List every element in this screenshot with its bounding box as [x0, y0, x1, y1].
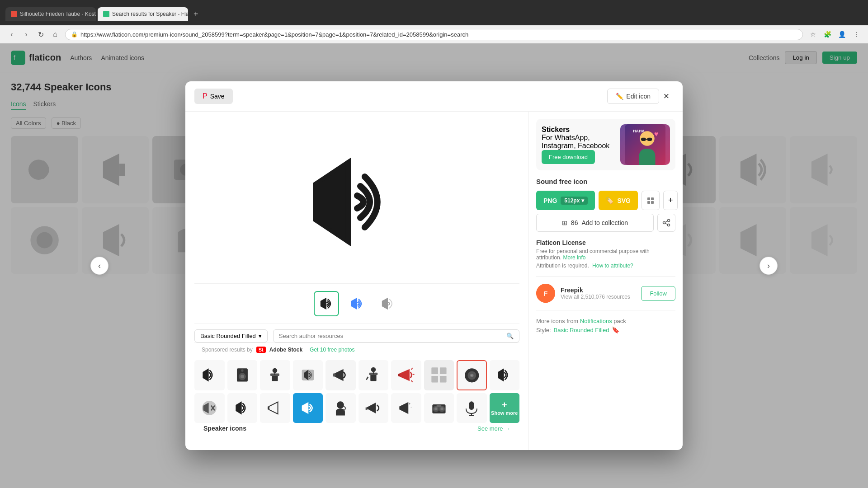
related-7[interactable] [391, 360, 421, 390]
svg-point-104 [663, 222, 665, 224]
svg-point-86 [440, 407, 443, 410]
attribution-text: Attribution is required. [536, 263, 589, 269]
svg-rect-100 [647, 201, 650, 204]
png-size-badge: 512px ▾ [561, 197, 588, 205]
style-info: Style: Basic Rounded Filled 🔖 [536, 326, 675, 333]
icon-info-panel: Stickers For WhatsApp, Instagram, Facebo… [529, 112, 683, 450]
svg-rect-53 [333, 374, 335, 377]
svg-text:♥: ♥ [654, 130, 659, 138]
pack-info: More icons from Notifications pack Style… [536, 318, 675, 333]
share-button[interactable] [657, 214, 675, 232]
svg-rect-98 [647, 197, 650, 200]
related-9[interactable] [457, 360, 487, 390]
svg-rect-65 [440, 376, 447, 383]
related-r2-3[interactable] [260, 393, 290, 423]
related-2[interactable] [227, 360, 258, 390]
edit-icon-button[interactable]: ✏️ Edit icon [607, 89, 659, 104]
variant-1[interactable] [314, 291, 339, 316]
forward-button[interactable]: › [20, 28, 33, 41]
related-3[interactable] [260, 360, 290, 390]
notifications-pack-link[interactable]: Notifications [580, 318, 612, 324]
address-bar[interactable]: 🔒 https://www.flaticon.com/premium-icon/… [65, 29, 803, 40]
related-5[interactable] [326, 360, 356, 390]
svg-text:+: + [410, 406, 412, 408]
png-download-button[interactable]: PNG 512px ▾ [536, 191, 595, 210]
variant-2[interactable] [344, 291, 370, 316]
pinterest-icon: P [203, 92, 208, 100]
next-icon-button[interactable]: › [760, 257, 778, 275]
svg-point-69 [471, 375, 472, 376]
lock-icon: 🔒 [71, 31, 78, 38]
menu-btn[interactable]: ⋮ [850, 28, 863, 41]
svg-download-button[interactable]: 🏷️ SVG [599, 191, 638, 210]
modal-header: P Save ✏️ Edit icon × [185, 81, 683, 112]
related-10[interactable] [490, 360, 520, 390]
svg-rect-62 [431, 368, 438, 375]
style-filter-dropdown[interactable]: Basic Rounded Filled ▾ [194, 329, 268, 343]
filter-dropdown-label: Basic Rounded Filled [200, 333, 256, 339]
browser-tab-2[interactable]: Search results for Speaker - Flat... × [98, 7, 188, 21]
related-r2-8[interactable] [424, 393, 454, 423]
extensions-btn[interactable]: 🧩 [821, 28, 834, 41]
collection-label: Add to collection [581, 219, 628, 226]
variant-3[interactable] [375, 291, 401, 316]
related-4[interactable] [293, 360, 323, 390]
svg-rect-54 [370, 375, 376, 381]
ico-format-button[interactable] [642, 191, 660, 210]
modal-body: Basic Rounded Filled ▾ 🔍 Sponsored resul… [185, 112, 683, 450]
adobe-brand[interactable]: Adobe Stock [269, 347, 302, 353]
svg-point-49 [273, 368, 278, 373]
svg-marker-40 [351, 298, 357, 310]
svg-marker-42 [203, 369, 209, 382]
how-to-attribute-link[interactable]: How to attribute? [592, 263, 633, 269]
free-download-button[interactable]: Free download [542, 150, 595, 164]
author-avatar: F [536, 284, 555, 303]
related-r2-9[interactable] [457, 393, 487, 423]
author-section: F Freepik View all 2,510,076 resources F… [536, 284, 675, 310]
svg-marker-39 [320, 298, 326, 310]
related-r2-4[interactable] [293, 393, 323, 423]
search-icon: 🔍 [506, 333, 514, 339]
browser-nav: ‹ › ↻ ⌂ [5, 28, 61, 41]
get-photos-link[interactable]: Get 10 free photos [310, 347, 354, 353]
svg-marker-70 [498, 369, 504, 382]
show-more-overlay[interactable]: + Show more [490, 393, 520, 423]
related-r2-1[interactable] [194, 393, 225, 423]
bookmark-icon[interactable]: 🔖 [612, 326, 619, 333]
license-text: Free for personal and commercial purpose… [536, 248, 675, 261]
related-icons-section: ✦+ + S [194, 357, 519, 425]
related-r2-5[interactable] [326, 393, 356, 423]
search-input[interactable] [279, 333, 506, 339]
save-button[interactable]: P Save [194, 89, 233, 104]
browser-actions: ☆ 🧩 👤 ⋮ [807, 28, 863, 41]
svg-text:F: F [544, 290, 548, 297]
related-1[interactable] [194, 360, 225, 390]
svg-rect-63 [440, 368, 447, 375]
style-link[interactable]: Basic Rounded Filled [554, 327, 609, 333]
related-6[interactable] [359, 360, 389, 390]
back-button[interactable]: ‹ [5, 28, 18, 41]
bookmark-btn[interactable]: ☆ [807, 28, 819, 41]
related-r2-6[interactable] [359, 393, 389, 423]
close-modal-button[interactable]: × [659, 89, 674, 103]
svg-rect-87 [436, 405, 441, 407]
related-r2-7[interactable]: ✦+ [391, 393, 421, 423]
browser-tab-1[interactable]: Silhouette Frieden Taube - Kost... × [5, 7, 96, 21]
new-tab-button[interactable]: + [190, 8, 202, 21]
more-info-link[interactable]: More info [563, 254, 585, 261]
refresh-button[interactable]: ↻ [34, 28, 47, 41]
related-r2-2[interactable] [227, 393, 258, 423]
more-formats-button[interactable]: + [663, 191, 678, 210]
sponsored-text: Sponsored results by [202, 347, 253, 353]
url-text: https://www.flaticon.com/premium-icon/so… [80, 31, 468, 38]
related-r2-10[interactable]: + Show more [490, 393, 520, 423]
home-button[interactable]: ⌂ [49, 28, 61, 41]
svg-icon-symbol: 🏷️ [606, 197, 613, 204]
search-author-resources[interactable]: 🔍 [273, 329, 519, 343]
profile-btn[interactable]: 👤 [835, 28, 848, 41]
add-to-collection-button[interactable]: ⊞ 86 Add to collection [536, 214, 654, 232]
follow-button[interactable]: Follow [641, 286, 675, 301]
related-8[interactable] [424, 360, 454, 390]
see-more-link[interactable]: See more → [477, 425, 510, 432]
prev-icon-button[interactable]: ‹ [90, 257, 108, 275]
